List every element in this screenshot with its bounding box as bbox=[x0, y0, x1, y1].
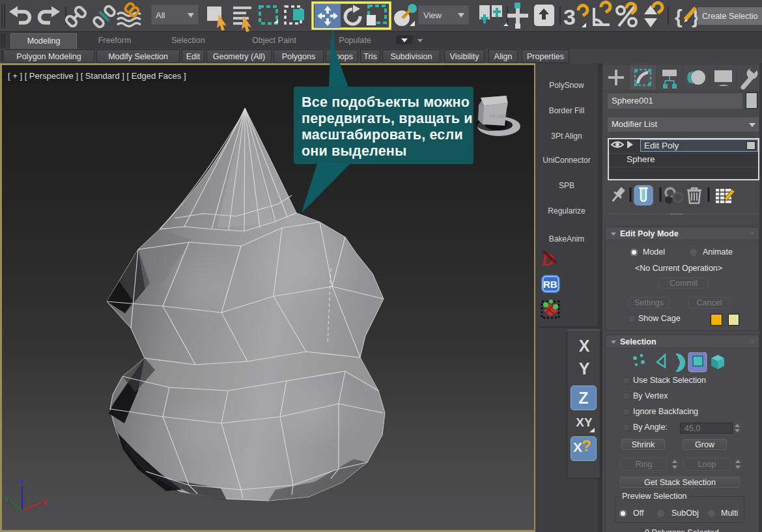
svg-text:X: X bbox=[42, 499, 48, 507]
svg-text:3: 3 bbox=[563, 5, 576, 29]
svg-text:{: { bbox=[675, 6, 683, 27]
svg-text:View: View bbox=[423, 10, 442, 20]
svg-text:Z: Z bbox=[19, 478, 23, 486]
svg-text:RB: RB bbox=[543, 279, 557, 290]
svg-text:Y: Y bbox=[5, 495, 10, 503]
svg-text:Create Selectio: Create Selectio bbox=[702, 12, 758, 21]
svg-text:FRONT: FRONT bbox=[490, 113, 507, 119]
svg-text:All: All bbox=[156, 10, 165, 20]
